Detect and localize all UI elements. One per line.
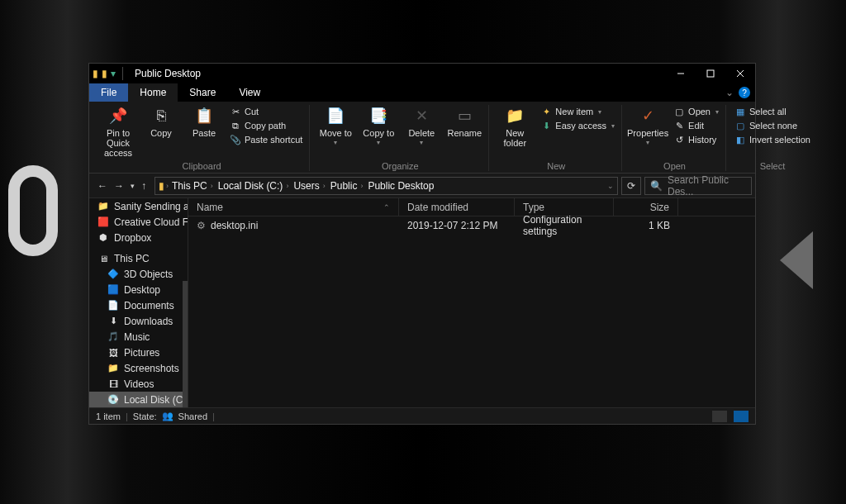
back-button[interactable]: ← <box>97 180 107 192</box>
sidebar-item-label: Desktop <box>124 284 160 296</box>
sidebar-item[interactable]: ⬇Downloads <box>89 313 188 329</box>
pc-icon: 🖥 <box>97 253 109 264</box>
copy-to-button[interactable]: 📑Copy to▾ <box>359 105 397 149</box>
breadcrumb-item[interactable]: This PC› <box>170 180 215 192</box>
forward-button[interactable]: → <box>114 180 124 192</box>
column-type[interactable]: Type <box>515 198 614 216</box>
delete-button[interactable]: ✕Delete▾ <box>402 105 440 149</box>
properties-button[interactable]: ✓Properties▾ <box>629 105 667 149</box>
sidebar-item-label: 3D Objects <box>124 269 173 280</box>
file-list-pane: Name⌃ Date modified Type Size ⚙desktop.i… <box>188 198 755 407</box>
large-icons-view-button[interactable] <box>734 411 749 422</box>
new-folder-button[interactable]: 📁New folder <box>496 105 534 150</box>
details-view-button[interactable] <box>712 411 727 422</box>
select-none-button[interactable]: ▢Select none <box>733 119 812 132</box>
folder-icon: ▮ <box>93 68 98 79</box>
breadcrumb-item[interactable]: Public Desktop <box>366 180 435 192</box>
close-button[interactable] <box>725 64 755 83</box>
select-all-button[interactable]: ▦Select all <box>733 105 812 118</box>
svg-rect-1 <box>707 70 714 77</box>
sidebar-item[interactable]: 💽Local Disk (C:) <box>89 392 188 407</box>
file-name: desktop.ini <box>211 220 258 231</box>
cut-icon: ✂ <box>230 106 241 117</box>
edit-button[interactable]: ✎Edit <box>672 119 720 132</box>
column-date[interactable]: Date modified <box>399 198 515 216</box>
search-box[interactable]: 🔍 Search Public Des... <box>644 177 752 195</box>
minimize-icon <box>677 69 685 78</box>
address-dropdown-button[interactable]: ⌄ <box>607 182 614 190</box>
sidebar-item-label: This PC <box>114 253 150 264</box>
copy-button[interactable]: ⎘ Copy <box>142 105 180 140</box>
address-bar[interactable]: ▮ › This PC› Local Disk (C:)› Users› Pub… <box>154 177 618 195</box>
paste-shortcut-button[interactable]: 📎Paste shortcut <box>228 133 304 146</box>
pictures-icon: 🖼 <box>107 347 119 359</box>
select-all-icon: ▦ <box>734 106 746 117</box>
up-button[interactable]: ↑ <box>141 180 146 192</box>
sidebar-item[interactable]: 🖥This PC <box>89 250 188 266</box>
state-label: State: <box>133 411 157 421</box>
disk-icon: 💽 <box>107 394 119 406</box>
tab-file[interactable]: File <box>89 83 128 102</box>
cut-button[interactable]: ✂Cut <box>228 105 304 118</box>
navigation-bar: ← → ▾ ↑ ▮ › This PC› Local Disk (C:)› Us… <box>89 174 755 198</box>
file-list[interactable]: ⚙desktop.ini 2019-12-07 2:12 PM Configur… <box>188 216 755 407</box>
paste-icon: 📋 <box>194 107 214 126</box>
down-arrow-icon[interactable]: ▾ <box>111 68 116 79</box>
sidebar-item-label: Local Disk (C:) <box>124 394 188 406</box>
separator <box>122 67 123 80</box>
scrollbar[interactable] <box>183 281 188 407</box>
ribbon-tabs: File Home Share View ⌄ ? <box>89 83 755 102</box>
column-size[interactable]: Size <box>614 198 678 216</box>
breadcrumb-item[interactable]: Public› <box>329 180 365 192</box>
tab-view[interactable]: View <box>227 83 272 102</box>
sidebar-item[interactable]: 📄Documents <box>89 297 188 313</box>
paste-button[interactable]: 📋 Paste <box>185 105 223 140</box>
chevron-down-icon[interactable]: ⌄ <box>725 87 734 98</box>
invert-selection-icon: ◧ <box>734 134 746 145</box>
navigation-pane[interactable]: 📁Sanity Sending a⌃🟥Creative Cloud Fil⬢Dr… <box>89 198 188 407</box>
sidebar-item[interactable]: ⬢Dropbox <box>89 230 188 245</box>
dropbox-icon: ⬢ <box>97 232 109 244</box>
copy-path-button[interactable]: ⧉Copy path <box>228 119 304 132</box>
chevron-right-icon[interactable]: › <box>166 182 169 190</box>
sidebar-item[interactable]: 🖼Pictures <box>89 345 188 360</box>
sidebar-item[interactable]: 📁Sanity Sending a⌃ <box>89 198 188 214</box>
invert-selection-button[interactable]: ◧Invert selection <box>733 133 812 146</box>
refresh-button[interactable]: ⟳ <box>621 177 641 195</box>
tab-home[interactable]: Home <box>128 83 178 102</box>
titlebar[interactable]: ▮ ▮ ▾ Public Desktop <box>89 64 755 83</box>
window-controls <box>666 64 755 83</box>
sidebar-item[interactable]: 🔷3D Objects <box>89 266 188 282</box>
state-value: Shared <box>178 411 207 421</box>
folder-icon[interactable]: ▮ <box>102 68 107 79</box>
maximize-button[interactable] <box>696 64 725 83</box>
history-button[interactable]: ↺History <box>672 133 720 146</box>
ribbon-group-select: ▦Select all ▢Select none ◧Invert selecti… <box>728 105 817 171</box>
item-count: 1 item <box>96 411 121 421</box>
explorer-window: ▮ ▮ ▾ Public Desktop File Home Share Vie… <box>88 63 756 425</box>
rename-button[interactable]: ▭Rename <box>445 105 483 140</box>
sidebar-item[interactable]: 🎞Videos <box>89 376 188 392</box>
open-button[interactable]: ▢Open▾ <box>672 105 720 118</box>
help-icon[interactable]: ? <box>739 87 750 98</box>
file-row[interactable]: ⚙desktop.ini 2019-12-07 2:12 PM Configur… <box>188 216 755 235</box>
sidebar-item[interactable]: 🟦Desktop <box>89 282 188 297</box>
sidebar-item[interactable]: 🟥Creative Cloud Fil <box>89 214 188 230</box>
sort-indicator-icon: ⌃ <box>383 203 390 212</box>
sidebar-item[interactable]: 📁Screenshots <box>89 360 188 376</box>
breadcrumb-item[interactable]: Local Disk (C:)› <box>216 180 291 192</box>
pin-to-quick-access-button[interactable]: 📌 Pin to Quick access <box>99 105 137 159</box>
move-to-button[interactable]: 📄Move to▾ <box>316 105 354 149</box>
column-headers: Name⌃ Date modified Type Size <box>188 198 755 216</box>
group-label: New <box>547 161 565 171</box>
new-item-button[interactable]: ✦New item▾ <box>539 105 616 118</box>
folder-icon: 📁 <box>97 201 109 212</box>
easy-access-button[interactable]: ⬇Easy access▾ <box>539 119 616 132</box>
tab-share[interactable]: Share <box>178 83 227 102</box>
breadcrumb-item[interactable]: Users› <box>292 180 326 192</box>
sidebar-item[interactable]: 🎵Music <box>89 329 188 345</box>
ribbon: 📌 Pin to Quick access ⎘ Copy 📋 Paste ✂Cu… <box>89 102 755 174</box>
minimize-button[interactable] <box>666 64 696 83</box>
column-name[interactable]: Name⌃ <box>188 198 399 216</box>
recent-locations-button[interactable]: ▾ <box>131 182 135 190</box>
